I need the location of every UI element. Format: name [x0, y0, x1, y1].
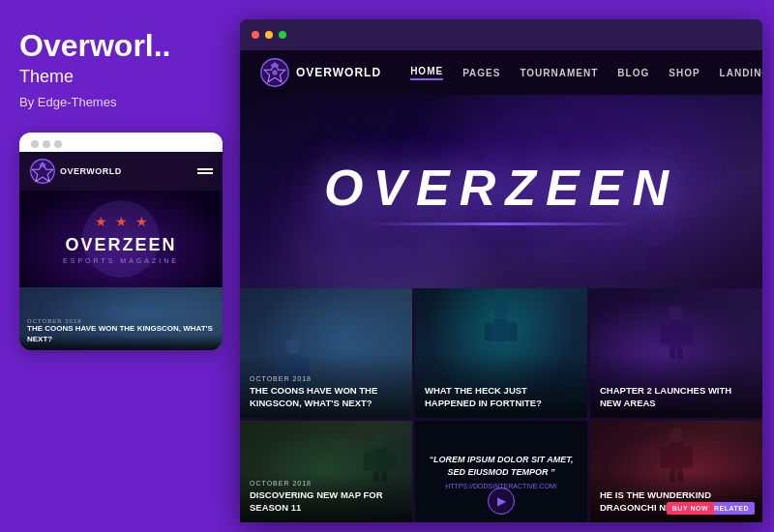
browser-chrome [240, 19, 762, 50]
article-1-content: OCTOBER 2018 THE COONS HAVE WON THE KING… [240, 368, 412, 418]
nav-link-blog[interactable]: BLOG [617, 68, 649, 78]
theme-title: Overworl.. [19, 29, 221, 63]
article-4-date: OCTOBER 2018 [250, 480, 402, 487]
mobile-hero-sub: ESPORTS MAGAZINE [63, 257, 179, 264]
mobile-dot-1 [31, 140, 39, 148]
article-4-title: DISCOVERING NEW MAP FOR SEASON 11 [250, 489, 402, 515]
mobile-article-content: OCTOBER 2018 THE COONS HAVE WON THE KING… [19, 312, 223, 350]
browser-panel: OVERWORLD HOME PAGES TOURNAMENT BLOG SHO… [240, 19, 762, 522]
related-badge[interactable]: RELATED [708, 502, 755, 515]
hero-title: OVERZEEN [324, 159, 678, 225]
mobile-hero-title: OVERZEEN [65, 235, 176, 255]
site-logo-area: OVERWORLD [259, 57, 381, 88]
mobile-dot-2 [43, 140, 50, 148]
svg-rect-9 [648, 246, 655, 270]
article-4-content: OCTOBER 2018 DISCOVERING NEW MAP FOR SEA… [240, 472, 412, 522]
browser-dot-red[interactable] [252, 31, 259, 39]
site-logo-text: OVERWORLD [296, 66, 381, 79]
article-5-arrow-button[interactable]: ▶ [488, 488, 515, 515]
mobile-logo-area: OVERWORLD [29, 158, 122, 185]
site-logo-icon [259, 57, 290, 88]
mobile-card-header [19, 133, 223, 152]
mobile-logo-icon [29, 158, 56, 185]
mobile-preview-card: OVERWORLD ★ ★ ★ OVERZEEN ESPORTS MAGAZIN… [19, 133, 223, 350]
site-nav: OVERWORLD HOME PAGES TOURNAMENT BLOG SHO… [240, 50, 762, 95]
article-card-6[interactable]: HE IS THE WUNDERKIND DRAGONCHI NEEDED RE… [590, 421, 762, 522]
svg-point-4 [272, 70, 277, 74]
article-1-title: THE COONS HAVE WON THE KINGSCON, WHAT'S … [250, 385, 402, 410]
star-3: ★ [135, 214, 148, 229]
mobile-article-title: THE COONS HAVE WON THE KINGSCON, WHAT'S … [27, 324, 215, 344]
article-3-content: CHAPTER 2 LAUNCHES WITH NEW AREAS [590, 377, 762, 418]
arrow-right-icon: ▶ [497, 494, 506, 508]
mobile-article-preview: OCTOBER 2018 THE COONS HAVE WON THE KING… [19, 287, 223, 350]
nav-link-shop[interactable]: SHOP [669, 68, 700, 78]
nav-link-landing[interactable]: LANDING [720, 68, 762, 78]
nav-link-home[interactable]: HOME [410, 66, 443, 80]
svg-rect-10 [657, 246, 664, 270]
nav-links: HOME PAGES TOURNAMENT BLOG SHOP LANDING [410, 66, 762, 80]
mobile-hamburger-icon[interactable] [197, 168, 213, 174]
mobile-logo-text: OVERWORLD [60, 166, 122, 176]
star-1: ★ [95, 214, 107, 229]
theme-author: By Edge-Themes [19, 95, 221, 109]
mobile-hero: ★ ★ ★ OVERZEEN ESPORTS MAGAZINE [19, 191, 223, 287]
article-card-2[interactable]: WHAT THE HECK JUST HAPPENED IN FORTNITE? [415, 288, 587, 418]
nav-link-pages[interactable]: PAGES [462, 68, 500, 78]
article-card-3[interactable]: CHAPTER 2 LAUNCHES WITH NEW AREAS [590, 288, 762, 418]
browser-dot-green[interactable] [279, 31, 286, 39]
article-5-quote: “LOREM IPSUM DOLOR SIT AMET, SED EIUSMOD… [425, 454, 578, 478]
theme-subtitle: Theme [19, 67, 221, 87]
browser-dot-yellow[interactable] [265, 31, 273, 39]
article-3-title: CHAPTER 2 LAUNCHES WITH NEW AREAS [600, 385, 753, 410]
articles-row-1: OCTOBER 2018 THE COONS HAVE WON THE KING… [240, 288, 762, 418]
article-2-title: WHAT THE HECK JUST HAPPENED IN FORTNITE? [425, 385, 578, 410]
articles-row-2: OCTOBER 2018 DISCOVERING NEW MAP FOR SEA… [240, 421, 762, 522]
nav-link-tournament[interactable]: TOURNAMENT [520, 68, 598, 78]
hero-underline [366, 222, 637, 225]
article-card-4[interactable]: OCTOBER 2018 DISCOVERING NEW MAP FOR SEA… [240, 421, 412, 522]
mobile-hero-stars: ★ ★ ★ [95, 214, 148, 229]
article-card-1[interactable]: OCTOBER 2018 THE COONS HAVE WON THE KING… [240, 288, 412, 418]
mobile-nav: OVERWORLD [19, 152, 223, 191]
article-1-date: OCTOBER 2018 [250, 375, 402, 382]
hero-section: OVERZEEN [240, 95, 762, 288]
star-2: ★ [115, 214, 128, 229]
mobile-dot-3 [54, 140, 62, 148]
article-card-5[interactable]: “LOREM IPSUM DOLOR SIT AMET, SED EIUSMOD… [415, 421, 587, 522]
left-panel: Overworl.. Theme By Edge-Themes OVERWORL… [0, 0, 240, 532]
article-2-content: WHAT THE HECK JUST HAPPENED IN FORTNITE? [415, 377, 587, 418]
buy-now-badge[interactable]: BUY NOW [667, 502, 714, 515]
